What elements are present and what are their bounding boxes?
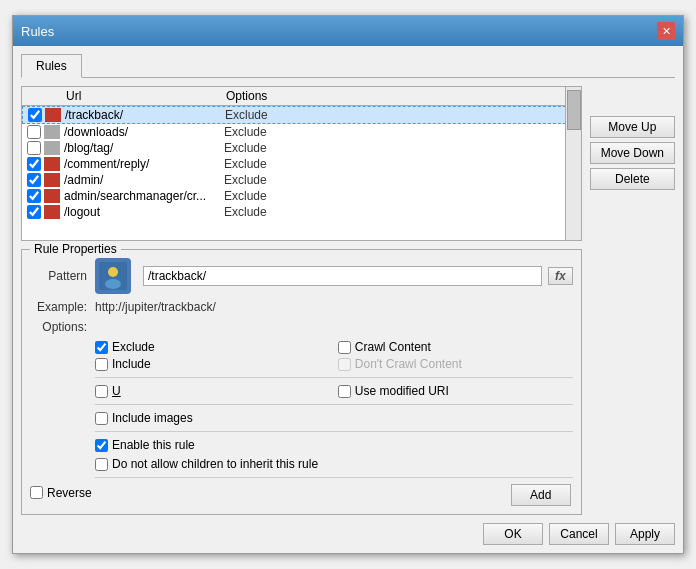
cancel-button[interactable]: Cancel [549,523,609,545]
delete-button[interactable]: Delete [590,168,675,190]
fx-button[interactable]: fx [548,267,573,285]
exclude-label[interactable]: Exclude [112,340,155,354]
use-full-uri-checkbox[interactable] [95,385,108,398]
crawl-content-label[interactable]: Crawl Content [355,340,431,354]
separator-2 [95,404,573,405]
row-checkbox[interactable] [26,173,42,187]
no-children-checkbox[interactable] [95,458,108,471]
exclude-checkbox[interactable] [95,341,108,354]
table-row[interactable]: /blog/tag/ Exclude [22,140,581,156]
row-option: Exclude [224,125,577,139]
rules-table[interactable]: Url Options /trackback/ Exclude [21,86,582,241]
row-option: Exclude [224,205,577,219]
example-row: Example: http://jupiter/trackback/ [30,300,573,314]
row-checkbox[interactable] [26,189,42,203]
main-layout: Url Options /trackback/ Exclude [21,86,675,515]
use-modified-uri-checkbox[interactable] [338,385,351,398]
svg-point-2 [105,279,121,289]
row-url: /admin/ [64,173,224,187]
table-row[interactable]: /comment/reply/ Exclude [22,156,581,172]
row-checkbox[interactable] [26,157,42,171]
separator-3 [95,431,573,432]
move-up-button[interactable]: Move Up [590,116,675,138]
use-full-uri-label[interactable]: U [112,384,121,398]
add-button[interactable]: Add [511,484,571,506]
include-images-label[interactable]: Include images [112,411,193,425]
table-row[interactable]: /admin/ Exclude [22,172,581,188]
table-row[interactable]: admin/searchmanager/cr... Exclude [22,188,581,204]
rule-properties-panel: Rule Properties Pattern [21,249,582,515]
scrollbar-thumb[interactable] [567,90,581,130]
dialog-body: Rules Url Options /trackback/ Ex [13,46,683,553]
include-option: Include [95,357,330,371]
include-checkbox[interactable] [95,358,108,371]
row-checkbox[interactable] [26,141,42,155]
rule-properties-label: Rule Properties [30,242,121,256]
row-option: Exclude [224,173,577,187]
reverse-option: Reverse [30,486,92,500]
row-icon [44,125,60,139]
use-full-uri-option: U [95,384,330,398]
use-modified-uri-label[interactable]: Use modified URI [355,384,449,398]
move-down-button[interactable]: Move Down [590,142,675,164]
row-icon [44,141,60,155]
right-buttons-section: Move Up Move Down Delete [590,86,675,515]
tab-rules[interactable]: Rules [21,54,82,78]
row-option: Exclude [224,141,577,155]
row-url: /comment/reply/ [64,157,224,171]
reverse-add-row: Reverse Add [30,484,573,506]
row-icon [44,205,60,219]
dont-crawl-checkbox[interactable] [338,358,351,371]
reverse-checkbox[interactable] [30,486,43,499]
example-value: http://jupiter/trackback/ [95,300,216,314]
enable-rule-option: Enable this rule [95,438,573,452]
include-images-checkbox[interactable] [95,412,108,425]
crawl-content-checkbox[interactable] [338,341,351,354]
table-header: Url Options [22,87,581,106]
row-option: Exclude [224,189,577,203]
options-grid: Exclude Crawl Content Include Don't [95,340,573,371]
table-row[interactable]: /trackback/ Exclude [22,106,581,124]
separator-4 [95,477,573,478]
pattern-label: Pattern [30,269,95,283]
options-label: Options: [30,320,95,334]
table-body[interactable]: /trackback/ Exclude /downloads/ Exclude [22,106,581,234]
example-label: Example: [30,300,95,314]
use-modified-uri-option: Use modified URI [338,384,573,398]
pattern-row: Pattern fx [30,258,573,294]
include-images-option: Include images [95,411,573,425]
row-url: admin/searchmanager/cr... [64,189,224,203]
col-url-header: Url [26,89,226,103]
ok-button[interactable]: OK [483,523,543,545]
col-options-header: Options [226,89,577,103]
bottom-buttons: OK Cancel Apply [21,523,675,545]
row-url: /trackback/ [65,108,225,122]
enable-rule-label[interactable]: Enable this rule [112,438,195,452]
title-bar: Rules ✕ [13,16,683,46]
row-checkbox[interactable] [27,108,43,122]
enable-rule-checkbox[interactable] [95,439,108,452]
crawl-content-option: Crawl Content [338,340,573,354]
row-icon [44,157,60,171]
apply-button[interactable]: Apply [615,523,675,545]
row-checkbox[interactable] [26,205,42,219]
include-label[interactable]: Include [112,357,151,371]
close-button[interactable]: ✕ [657,22,675,40]
row-checkbox[interactable] [26,125,42,139]
pattern-input[interactable] [143,266,542,286]
dont-crawl-label[interactable]: Don't Crawl Content [355,357,462,371]
scrollbar[interactable] [565,87,581,240]
tab-bar: Rules [21,54,675,78]
dialog-title: Rules [21,24,54,39]
table-row[interactable]: /downloads/ Exclude [22,124,581,140]
row-icon [45,108,61,122]
table-row[interactable]: /logout Exclude [22,204,581,220]
row-icon [44,189,60,203]
reverse-label[interactable]: Reverse [47,486,92,500]
row-option: Exclude [225,108,576,122]
no-children-option: Do not allow children to inherit this ru… [95,457,573,471]
uri-options-grid: U Use modified URI [95,384,573,398]
no-children-label[interactable]: Do not allow children to inherit this ru… [112,457,318,471]
rules-dialog: Rules ✕ Rules Url Options [12,15,684,554]
row-option: Exclude [224,157,577,171]
